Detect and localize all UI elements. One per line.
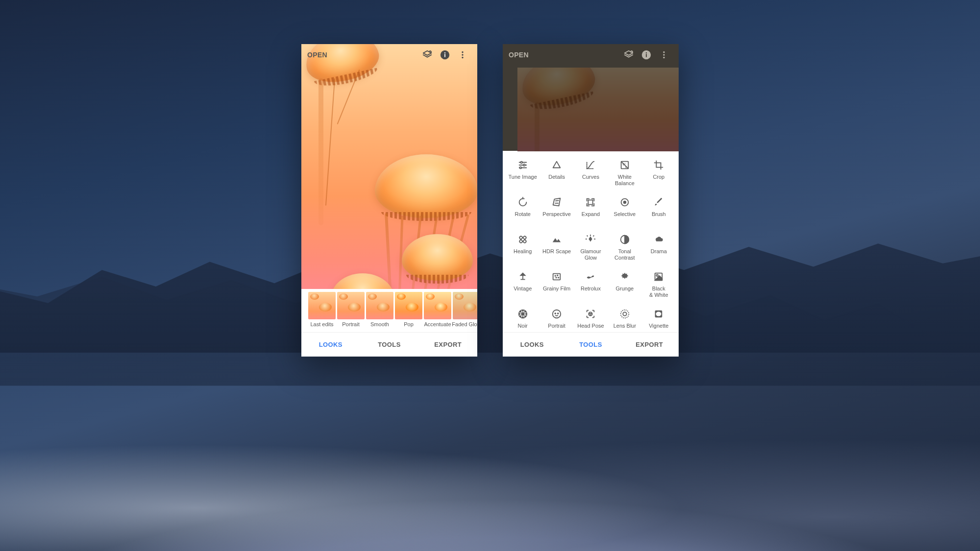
tool-label: Grunge: [616, 286, 634, 292]
tool-glamour-glow[interactable]: GlamourGlow: [574, 232, 608, 269]
grainy-icon: [551, 271, 563, 283]
bw-icon: [653, 271, 664, 283]
tool-expand[interactable]: Expand: [574, 195, 608, 232]
tool-portrait[interactable]: Portrait: [539, 307, 573, 332]
more-icon[interactable]: [454, 46, 471, 64]
look-accentuate[interactable]: Accentuate: [424, 292, 451, 332]
tool-lens-blur[interactable]: Lens Blur: [608, 307, 641, 332]
rotate-icon: [517, 196, 529, 208]
open-button[interactable]: OPEN: [307, 51, 327, 59]
look-label: Last edits: [310, 321, 333, 327]
svg-line-40: [593, 236, 594, 237]
tool-label: GlamourGlow: [580, 248, 601, 261]
svg-point-48: [558, 277, 559, 278]
svg-point-5: [462, 54, 463, 55]
look-portrait[interactable]: Portrait: [337, 292, 365, 332]
tool-label: TonalContrast: [614, 248, 635, 261]
tool-crop[interactable]: Crop: [642, 158, 676, 195]
look-thumbnail: [395, 292, 422, 319]
tool-noir[interactable]: Noir: [506, 307, 539, 332]
top-bar: OPEN: [503, 44, 679, 66]
tool-label: Lens Blur: [613, 323, 636, 329]
tool-vignette[interactable]: Vignette: [642, 307, 676, 332]
svg-point-53: [521, 312, 524, 315]
look-smooth[interactable]: Smooth: [366, 292, 393, 332]
tonal-icon: [619, 234, 631, 245]
tool-label: Vignette: [649, 323, 668, 329]
svg-point-51: [657, 274, 659, 276]
tool-label: Selective: [614, 211, 636, 217]
tab-export[interactable]: EXPORT: [620, 333, 679, 357]
tool-grunge[interactable]: Grunge: [608, 269, 641, 307]
svg-point-18: [523, 164, 525, 166]
svg-marker-20: [553, 162, 561, 168]
selective-icon: [619, 196, 631, 208]
layers-icon[interactable]: [418, 46, 436, 64]
info-icon[interactable]: [637, 46, 655, 64]
svg-point-12: [663, 54, 664, 55]
tool-hdr-scape[interactable]: HDR Scape: [539, 232, 573, 269]
svg-point-4: [462, 51, 463, 53]
tab-export[interactable]: EXPORT: [418, 333, 477, 357]
tool-details[interactable]: Details: [539, 158, 573, 195]
tool-rotate[interactable]: Rotate: [506, 195, 539, 232]
tool-label: Black& White: [649, 286, 668, 298]
tool-black-white[interactable]: Black& White: [642, 269, 676, 307]
tool-tune-image[interactable]: Tune Image: [506, 158, 539, 195]
look-thumbnail: [366, 292, 393, 319]
svg-point-45: [555, 275, 556, 276]
look-pop[interactable]: Pop: [395, 292, 422, 332]
svg-point-66: [589, 313, 590, 314]
tool-label: Grainy Film: [543, 286, 570, 292]
tool-brush[interactable]: Brush: [642, 195, 676, 232]
image-canvas[interactable]: [301, 44, 477, 289]
svg-marker-34: [553, 238, 561, 242]
svg-point-59: [524, 316, 525, 317]
drama-icon: [653, 234, 664, 245]
tool-healing[interactable]: Healing: [506, 232, 539, 269]
tool-label: Rotate: [514, 211, 530, 217]
tool-vintage[interactable]: Vintage: [506, 269, 539, 307]
svg-point-61: [520, 311, 521, 312]
expand-icon: [585, 196, 596, 208]
tool-curves[interactable]: Curves: [574, 158, 608, 195]
tool-label: Details: [548, 174, 565, 180]
info-icon[interactable]: [436, 46, 454, 64]
tab-looks[interactable]: LOOKS: [503, 333, 562, 357]
tab-tools[interactable]: TOOLS: [562, 333, 620, 357]
tool-grainy-film[interactable]: Grainy Film: [539, 269, 573, 307]
look-last-edits[interactable]: Last edits: [308, 292, 336, 332]
svg-point-55: [525, 313, 526, 314]
svg-point-67: [591, 313, 591, 314]
tool-white-balance[interactable]: WB WhiteBalance: [608, 158, 641, 195]
tool-label: Crop: [653, 174, 664, 180]
tool-label: Brush: [652, 211, 666, 217]
svg-point-11: [663, 51, 664, 53]
tool-retrolux[interactable]: Retrolux: [574, 269, 608, 307]
hdr-icon: [551, 234, 563, 245]
tool-perspective[interactable]: Perspective: [539, 195, 573, 232]
tool-selective[interactable]: Selective: [608, 195, 641, 232]
svg-point-10: [646, 52, 647, 53]
image-canvas-dimmed: [517, 68, 679, 151]
svg-marker-7: [625, 51, 633, 55]
svg-line-39: [587, 236, 588, 237]
lensblur-icon: [619, 308, 631, 320]
tool-label: HDR Scape: [542, 248, 571, 255]
look-faded-glow[interactable]: Faded Glow: [453, 292, 477, 332]
more-icon[interactable]: [655, 46, 673, 64]
svg-point-60: [520, 316, 521, 317]
looks-strip: Last edits Portrait Smooth Pop Accentuat…: [301, 289, 477, 332]
tool-tonal-contrast[interactable]: TonalContrast: [608, 232, 641, 269]
svg-rect-9: [646, 54, 647, 57]
layers-icon[interactable]: [620, 46, 637, 64]
tool-label: Curves: [582, 174, 599, 180]
tool-head-pose[interactable]: Head Pose: [574, 307, 608, 332]
tool-drama[interactable]: Drama: [642, 232, 676, 269]
tab-tools[interactable]: TOOLS: [360, 333, 419, 357]
tab-looks[interactable]: LOOKS: [301, 333, 360, 357]
tool-label: Tune Image: [509, 174, 537, 180]
open-button[interactable]: OPEN: [509, 51, 529, 59]
phone-looks: OPEN: [301, 44, 477, 357]
svg-point-56: [522, 317, 523, 318]
